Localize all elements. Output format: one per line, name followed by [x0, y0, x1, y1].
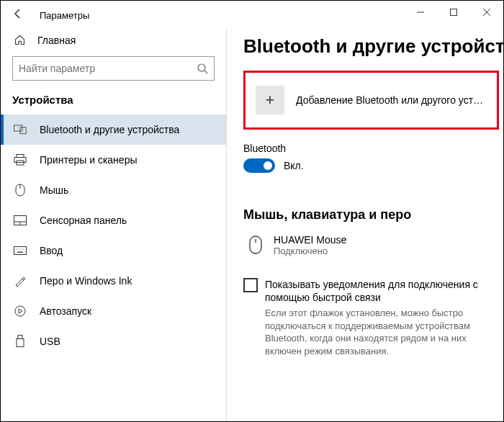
- device-status: Подключено: [274, 246, 346, 256]
- bluetooth-toggle-row: Вкл.: [243, 158, 503, 173]
- svg-rect-5: [20, 127, 26, 134]
- back-icon[interactable]: [12, 8, 27, 22]
- svg-point-18: [22, 248, 23, 249]
- svg-rect-22: [17, 339, 24, 347]
- pen-icon: [14, 274, 27, 287]
- page-title: Bluetooth и другие устройства: [243, 35, 503, 58]
- quick-pair-row: Показывать уведомления для подключения с…: [243, 278, 503, 304]
- home-icon: [14, 34, 26, 46]
- window-controls: [404, 1, 503, 24]
- plus-icon: +: [256, 86, 284, 115]
- mouse-device-icon: [249, 235, 262, 256]
- autoplay-icon: [14, 305, 27, 318]
- svg-line-3: [204, 71, 207, 73]
- sidebar-item-touchpad[interactable]: Сенсорная панель: [1, 205, 226, 235]
- svg-rect-23: [250, 236, 261, 253]
- sidebar-item-label: Мышь: [40, 184, 68, 196]
- sidebar-item-usb[interactable]: USB: [1, 326, 226, 356]
- sidebar-category: Устройства: [1, 94, 226, 115]
- bluetooth-label: Bluetooth: [243, 143, 503, 154]
- sidebar-item-label: Перо и Windows Ink: [40, 275, 132, 287]
- devices-heading: Мышь, клавиатура и перо: [243, 207, 503, 223]
- minimize-button[interactable]: [404, 1, 437, 24]
- add-device-label: Добавление Bluetooth или другого устройс…: [296, 94, 487, 106]
- sidebar-item-mouse[interactable]: Мышь: [1, 175, 226, 205]
- add-device-button[interactable]: + Добавление Bluetooth или другого устро…: [243, 71, 499, 130]
- window-title: Параметры: [40, 10, 89, 21]
- sidebar-item-label: USB: [40, 336, 60, 347]
- sidebar-item-pen[interactable]: Перо и Windows Ink: [1, 266, 226, 296]
- svg-rect-7: [14, 158, 26, 163]
- content-pane: Bluetooth и другие устройства + Добавлен…: [226, 30, 503, 421]
- sidebar-home-label: Главная: [37, 35, 76, 46]
- quick-pair-hint: Если этот флажок установлен, можно быстр…: [243, 307, 503, 357]
- search-field[interactable]: [19, 63, 197, 74]
- svg-point-17: [20, 248, 21, 249]
- touchpad-icon: [14, 214, 27, 227]
- device-item[interactable]: HUAWEI Mouse Подключено: [243, 231, 503, 278]
- sidebar-item-label: Автозапуск: [40, 305, 91, 317]
- sidebar-item-label: Ввод: [40, 245, 63, 256]
- usb-icon: [14, 335, 27, 348]
- sidebar-item-typing[interactable]: Ввод: [1, 235, 226, 266]
- svg-rect-19: [17, 252, 23, 253]
- sidebar-item-printers[interactable]: Принтеры и сканеры: [1, 145, 226, 175]
- svg-point-2: [198, 64, 205, 71]
- maximize-button[interactable]: [437, 1, 470, 24]
- sidebar: Главная Устройства Bluetooth и другие ус…: [1, 30, 226, 421]
- svg-point-20: [15, 306, 25, 316]
- svg-point-16: [18, 248, 19, 249]
- bluetooth-toggle[interactable]: [243, 158, 275, 173]
- device-name: HUAWEI Mouse: [274, 234, 346, 246]
- svg-rect-14: [14, 247, 27, 255]
- sidebar-item-label: Сенсорная панель: [40, 215, 127, 226]
- sidebar-home[interactable]: Главная: [1, 30, 226, 56]
- printer-icon: [14, 153, 27, 166]
- quick-pair-checkbox[interactable]: [243, 278, 258, 292]
- keyboard-icon: [14, 244, 27, 257]
- svg-rect-6: [17, 155, 24, 158]
- svg-rect-4: [14, 125, 22, 131]
- search-input[interactable]: [12, 56, 215, 81]
- sidebar-item-autoplay[interactable]: Автозапуск: [1, 296, 226, 326]
- svg-rect-1: [451, 9, 457, 16]
- sidebar-item-label: Принтеры и сканеры: [40, 154, 137, 166]
- quick-pair-label: Показывать уведомления для подключения с…: [265, 278, 496, 304]
- svg-point-15: [16, 248, 17, 249]
- search-icon: [197, 63, 208, 74]
- svg-rect-21: [18, 336, 22, 339]
- mouse-icon: [14, 184, 27, 197]
- sidebar-item-bluetooth[interactable]: Bluetooth и другие устройства: [1, 115, 226, 145]
- bluetooth-state: Вкл.: [284, 160, 304, 171]
- close-button[interactable]: [470, 1, 503, 24]
- devices-icon: [14, 123, 27, 136]
- sidebar-item-label: Bluetooth и другие устройства: [40, 124, 179, 135]
